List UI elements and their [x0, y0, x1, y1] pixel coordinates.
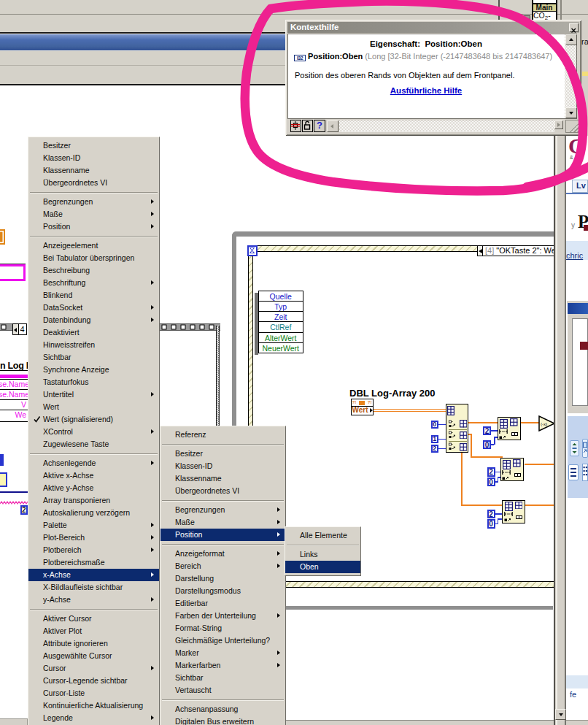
svg-text:(-x): (-x) [541, 422, 547, 426]
